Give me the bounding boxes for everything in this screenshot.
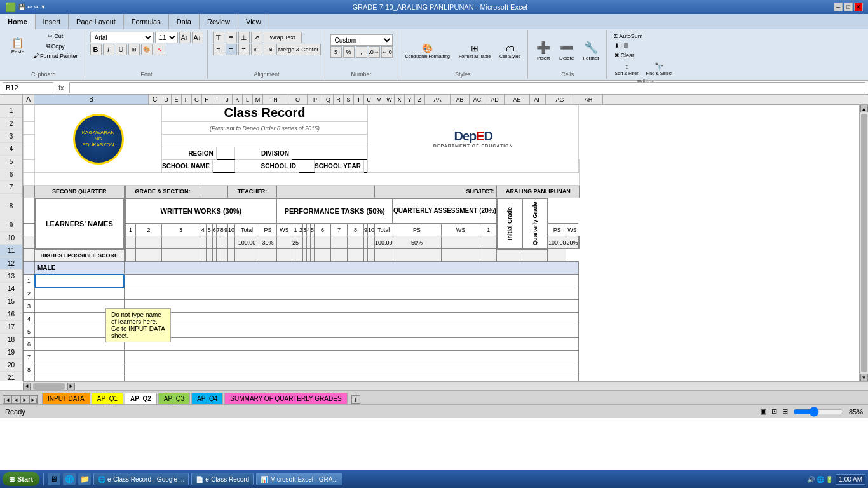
formula-input[interactable]: [69, 82, 865, 93]
scroll-down-btn[interactable]: ▼: [860, 374, 868, 381]
cell-A2[interactable]: [24, 122, 35, 135]
paste-button[interactable]: 📋 Paste: [6, 36, 29, 57]
bold-button[interactable]: B: [90, 44, 102, 55]
taskbar-item-eclass[interactable]: 📄 e-Class Record: [191, 473, 254, 485]
sort-filter-button[interactable]: ↕ Sort & Filter: [612, 60, 642, 78]
insert-button[interactable]: ➕ Insert: [533, 39, 553, 63]
angle-text-btn[interactable]: ↗: [251, 32, 262, 43]
score-z10[interactable]: [367, 236, 374, 249]
cell-styles-button[interactable]: 🗃 Cell Styles: [496, 41, 524, 60]
score-w10[interactable]: [330, 236, 347, 249]
align-right-btn[interactable]: ≡: [238, 44, 250, 55]
normal-view-btn[interactable]: ▣: [760, 407, 766, 416]
tab-formulas[interactable]: Formulas: [124, 14, 169, 29]
page-layout-view-btn[interactable]: ⊡: [771, 407, 777, 416]
format-as-table-button[interactable]: ⊞ Format as Table: [456, 41, 494, 60]
accounting-btn[interactable]: $: [330, 46, 342, 58]
underline-button[interactable]: U: [116, 44, 127, 55]
score-x10[interactable]: [347, 236, 363, 249]
taskbar-item-google[interactable]: 🌐 e-Class Record - Google ...: [93, 473, 189, 485]
student-name-8[interactable]: [35, 363, 125, 376]
dec-dec-btn[interactable]: ←.0: [381, 46, 393, 58]
conditional-formatting-button[interactable]: 🎨 Conditional Formatting: [402, 41, 453, 60]
show-desktop-btn[interactable]: 🖥: [48, 473, 60, 485]
tab-ap-q4[interactable]: AP_Q4: [191, 393, 223, 404]
last-tab-btn[interactable]: ►|: [29, 395, 38, 404]
align-middle-btn[interactable]: ≡: [226, 32, 237, 43]
copy-button[interactable]: ⧉ Copy: [31, 41, 81, 51]
score-v10[interactable]: [314, 236, 330, 249]
taskbar-item-excel[interactable]: 📊 Microsoft Excel - GRA...: [256, 473, 342, 485]
score-ac10[interactable]: [441, 236, 480, 249]
region-input[interactable]: [216, 147, 234, 160]
scroll-thumb-h[interactable]: [33, 383, 65, 390]
title-bar-controls[interactable]: ─ □ ✕: [834, 3, 863, 11]
number-format-select[interactable]: Custom: [330, 34, 393, 46]
delete-button[interactable]: ➖ Delete: [556, 39, 577, 63]
page-break-view-btn[interactable]: ⊞: [782, 407, 788, 416]
tab-input-data[interactable]: INPUT DATA: [42, 393, 90, 404]
format-button[interactable]: 🔧 Format: [580, 39, 602, 63]
fill-button[interactable]: ⬇ Fill: [612, 41, 631, 50]
prev-tab-btn[interactable]: ◄: [11, 395, 20, 404]
scroll-left-btn[interactable]: ◄: [23, 383, 31, 390]
decrease-font-btn[interactable]: A↓: [192, 32, 203, 43]
align-top-btn[interactable]: ⊤: [213, 32, 224, 43]
align-left-btn[interactable]: ≡: [213, 44, 224, 55]
score-ad10[interactable]: [480, 236, 497, 249]
score-e10[interactable]: [135, 236, 161, 249]
cell-A5[interactable]: [24, 160, 35, 173]
cut-button[interactable]: ✂ Cut: [31, 32, 81, 41]
minimize-btn[interactable]: ─: [834, 3, 843, 11]
tab-page-layout[interactable]: Page Layout: [69, 14, 124, 29]
scroll-right-btn[interactable]: ►: [67, 383, 75, 390]
tab-ap-q3[interactable]: AP_Q3: [158, 393, 190, 404]
first-tab-btn[interactable]: |◄: [3, 395, 11, 404]
cell-A6[interactable]: [24, 173, 35, 186]
percent-btn[interactable]: %: [343, 46, 355, 58]
dec-inc-btn[interactable]: .0→: [369, 46, 380, 58]
increase-font-btn[interactable]: A↑: [179, 32, 191, 43]
align-center-btn[interactable]: ≡: [226, 44, 237, 55]
fill-color-button[interactable]: 🎨: [141, 44, 153, 55]
school-id-input[interactable]: [299, 160, 314, 173]
scroll-up-btn[interactable]: ▲: [860, 105, 868, 112]
school-name-input[interactable]: [212, 160, 234, 173]
comma-btn[interactable]: ,: [356, 46, 367, 58]
start-button[interactable]: ⊞ Start: [3, 472, 39, 486]
font-color-button[interactable]: A: [154, 44, 165, 55]
close-btn[interactable]: ✕: [854, 3, 863, 11]
add-sheet-btn[interactable]: +: [351, 395, 360, 404]
cell-reference-input[interactable]: [3, 82, 53, 93]
clear-button[interactable]: ✖ Clear: [612, 51, 637, 60]
tab-ap-q2[interactable]: AP_Q2: [125, 393, 157, 404]
tab-review[interactable]: Review: [200, 14, 238, 29]
cell-A4[interactable]: [24, 147, 35, 160]
score-f10[interactable]: [162, 236, 200, 249]
wrap-text-btn[interactable]: Wrap Text: [264, 32, 302, 43]
horizontal-scrollbar[interactable]: ◄ ►: [23, 381, 868, 390]
tab-home[interactable]: Home: [0, 14, 36, 29]
indent-dec-btn[interactable]: ⇤: [251, 44, 262, 55]
font-size-select[interactable]: 11: [155, 32, 178, 43]
indent-inc-btn[interactable]: ⇥: [264, 44, 275, 55]
score-g10[interactable]: [200, 236, 206, 249]
tab-summary[interactable]: SUMMARY OF QUARTERLY GRADES: [224, 393, 347, 404]
vertical-scrollbar[interactable]: ▲ ▼: [859, 105, 868, 381]
next-tab-btn[interactable]: ►: [20, 395, 29, 404]
student-name-7[interactable]: [35, 351, 125, 363]
align-bottom-btn[interactable]: ⊥: [238, 32, 250, 43]
student-name-9[interactable]: [35, 376, 125, 382]
cell-A3[interactable]: [24, 135, 35, 147]
zoom-slider[interactable]: [793, 407, 844, 417]
find-select-button[interactable]: 🔭 Find & Select: [643, 60, 676, 78]
merge-center-btn[interactable]: Merge & Center: [276, 44, 321, 55]
font-name-select[interactable]: Arial: [90, 32, 154, 43]
student-name-2[interactable]: [35, 287, 125, 300]
ie-btn[interactable]: 🌐: [63, 473, 76, 485]
score-m10[interactable]: [227, 236, 234, 249]
cell-A1[interactable]: [24, 105, 35, 122]
tab-view[interactable]: View: [238, 14, 269, 29]
tab-insert[interactable]: Insert: [36, 14, 69, 29]
division-input[interactable]: [292, 147, 367, 160]
